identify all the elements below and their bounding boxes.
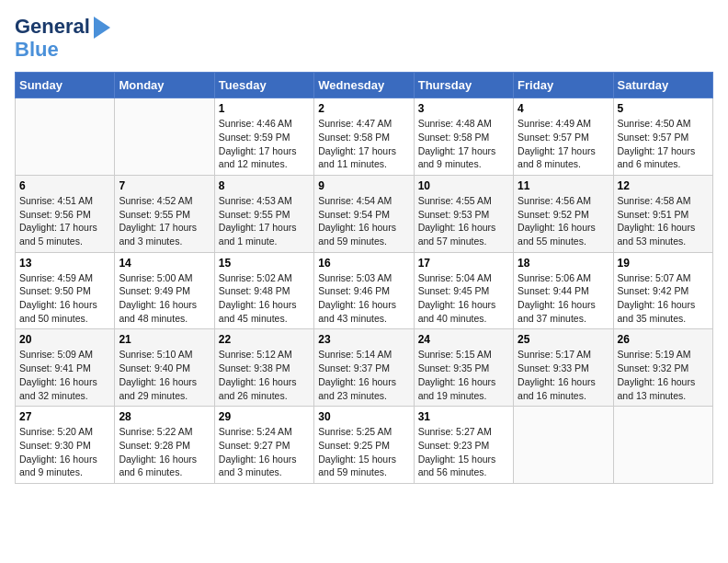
calendar-week-3: 13Sunrise: 4:59 AM Sunset: 9:50 PM Dayli…	[16, 252, 713, 329]
day-content: Sunrise: 4:50 AM Sunset: 9:57 PM Dayligh…	[618, 117, 709, 171]
calendar-cell: 29Sunrise: 5:24 AM Sunset: 9:27 PM Dayli…	[214, 407, 313, 484]
column-header-thursday: Thursday	[414, 73, 513, 98]
day-content: Sunrise: 4:48 AM Sunset: 9:58 PM Dayligh…	[418, 117, 509, 171]
day-number: 6	[19, 179, 110, 192]
calendar-body: 1Sunrise: 4:46 AM Sunset: 9:59 PM Daylig…	[16, 98, 713, 484]
column-header-friday: Friday	[514, 73, 613, 98]
calendar-cell: 9Sunrise: 4:54 AM Sunset: 9:54 PM Daylig…	[314, 175, 414, 252]
day-content: Sunrise: 5:04 AM Sunset: 9:45 PM Dayligh…	[418, 271, 509, 326]
day-number: 25	[518, 333, 609, 346]
calendar-cell	[514, 407, 613, 484]
day-number: 5	[618, 102, 709, 115]
column-header-sunday: Sunday	[16, 73, 115, 98]
calendar-table: SundayMondayTuesdayWednesdayThursdayFrid…	[15, 72, 713, 484]
calendar-cell: 14Sunrise: 5:00 AM Sunset: 9:49 PM Dayli…	[115, 252, 214, 329]
day-number: 10	[418, 179, 509, 192]
day-content: Sunrise: 4:58 AM Sunset: 9:51 PM Dayligh…	[618, 194, 709, 248]
calendar-cell: 17Sunrise: 5:04 AM Sunset: 9:45 PM Dayli…	[414, 252, 513, 329]
day-content: Sunrise: 5:20 AM Sunset: 9:30 PM Dayligh…	[19, 425, 110, 479]
day-content: Sunrise: 5:27 AM Sunset: 9:23 PM Dayligh…	[418, 425, 509, 479]
calendar-week-2: 6Sunrise: 4:51 AM Sunset: 9:56 PM Daylig…	[16, 175, 713, 252]
day-number: 31	[418, 410, 509, 423]
day-number: 9	[318, 179, 409, 192]
day-number: 22	[219, 333, 310, 346]
calendar-cell: 27Sunrise: 5:20 AM Sunset: 9:30 PM Dayli…	[16, 407, 115, 484]
calendar-cell: 26Sunrise: 5:19 AM Sunset: 9:32 PM Dayli…	[613, 329, 712, 407]
day-content: Sunrise: 5:00 AM Sunset: 9:49 PM Dayligh…	[119, 271, 210, 326]
calendar-cell: 16Sunrise: 5:03 AM Sunset: 9:46 PM Dayli…	[314, 252, 414, 329]
day-content: Sunrise: 5:07 AM Sunset: 9:42 PM Dayligh…	[618, 271, 709, 326]
calendar-cell: 25Sunrise: 5:17 AM Sunset: 9:33 PM Dayli…	[514, 329, 613, 407]
calendar-cell: 11Sunrise: 4:56 AM Sunset: 9:52 PM Dayli…	[514, 175, 613, 252]
calendar-cell: 18Sunrise: 5:06 AM Sunset: 9:44 PM Dayli…	[514, 252, 613, 329]
calendar-cell: 12Sunrise: 4:58 AM Sunset: 9:51 PM Dayli…	[613, 175, 712, 252]
column-header-monday: Monday	[115, 73, 214, 98]
day-content: Sunrise: 5:24 AM Sunset: 9:27 PM Dayligh…	[219, 425, 310, 479]
calendar-cell: 4Sunrise: 4:49 AM Sunset: 9:57 PM Daylig…	[514, 98, 613, 176]
logo-arrow-icon	[94, 17, 110, 39]
day-content: Sunrise: 5:19 AM Sunset: 9:32 PM Dayligh…	[618, 348, 709, 402]
page-header: General Blue	[15, 15, 713, 61]
day-content: Sunrise: 5:15 AM Sunset: 9:35 PM Dayligh…	[418, 348, 509, 402]
day-number: 26	[618, 333, 709, 346]
day-number: 24	[418, 333, 509, 346]
calendar-cell: 19Sunrise: 5:07 AM Sunset: 9:42 PM Dayli…	[613, 252, 712, 329]
day-number: 15	[219, 257, 310, 270]
day-content: Sunrise: 5:25 AM Sunset: 9:25 PM Dayligh…	[318, 425, 409, 479]
day-number: 3	[418, 102, 509, 115]
day-number: 28	[119, 410, 210, 423]
column-header-tuesday: Tuesday	[214, 73, 313, 98]
day-number: 17	[418, 257, 509, 270]
day-content: Sunrise: 4:49 AM Sunset: 9:57 PM Dayligh…	[518, 117, 609, 171]
calendar-cell: 28Sunrise: 5:22 AM Sunset: 9:28 PM Dayli…	[115, 407, 214, 484]
day-content: Sunrise: 4:47 AM Sunset: 9:58 PM Dayligh…	[318, 117, 409, 171]
day-content: Sunrise: 5:17 AM Sunset: 9:33 PM Dayligh…	[518, 348, 609, 402]
day-content: Sunrise: 4:54 AM Sunset: 9:54 PM Dayligh…	[318, 194, 409, 248]
day-content: Sunrise: 4:46 AM Sunset: 9:59 PM Dayligh…	[219, 117, 310, 171]
day-number: 11	[518, 179, 609, 192]
day-content: Sunrise: 4:53 AM Sunset: 9:55 PM Dayligh…	[219, 194, 310, 248]
day-content: Sunrise: 5:02 AM Sunset: 9:48 PM Dayligh…	[219, 271, 310, 326]
logo-text: General	[15, 16, 90, 38]
calendar-cell	[613, 407, 712, 484]
calendar-cell: 6Sunrise: 4:51 AM Sunset: 9:56 PM Daylig…	[16, 175, 115, 252]
day-number: 18	[518, 257, 609, 270]
day-number: 1	[219, 102, 310, 115]
day-number: 21	[119, 333, 210, 346]
calendar-cell: 30Sunrise: 5:25 AM Sunset: 9:25 PM Dayli…	[314, 407, 414, 484]
calendar-cell: 24Sunrise: 5:15 AM Sunset: 9:35 PM Dayli…	[414, 329, 513, 407]
calendar-cell: 8Sunrise: 4:53 AM Sunset: 9:55 PM Daylig…	[214, 175, 313, 252]
day-number: 23	[318, 333, 409, 346]
day-number: 4	[518, 102, 609, 115]
day-number: 13	[19, 257, 110, 270]
calendar-cell: 13Sunrise: 4:59 AM Sunset: 9:50 PM Dayli…	[16, 252, 115, 329]
day-content: Sunrise: 4:59 AM Sunset: 9:50 PM Dayligh…	[19, 271, 110, 326]
day-number: 12	[618, 179, 709, 192]
calendar-header-row: SundayMondayTuesdayWednesdayThursdayFrid…	[16, 73, 713, 98]
day-content: Sunrise: 5:09 AM Sunset: 9:41 PM Dayligh…	[19, 348, 110, 402]
day-content: Sunrise: 5:12 AM Sunset: 9:38 PM Dayligh…	[219, 348, 310, 402]
calendar-cell: 31Sunrise: 5:27 AM Sunset: 9:23 PM Dayli…	[414, 407, 513, 484]
calendar-cell: 23Sunrise: 5:14 AM Sunset: 9:37 PM Dayli…	[314, 329, 414, 407]
calendar-week-5: 27Sunrise: 5:20 AM Sunset: 9:30 PM Dayli…	[16, 407, 713, 484]
calendar-cell: 22Sunrise: 5:12 AM Sunset: 9:38 PM Dayli…	[214, 329, 313, 407]
calendar-cell: 15Sunrise: 5:02 AM Sunset: 9:48 PM Dayli…	[214, 252, 313, 329]
calendar-cell: 20Sunrise: 5:09 AM Sunset: 9:41 PM Dayli…	[16, 329, 115, 407]
calendar-cell	[115, 98, 214, 176]
day-content: Sunrise: 5:22 AM Sunset: 9:28 PM Dayligh…	[119, 425, 210, 479]
column-header-saturday: Saturday	[613, 73, 712, 98]
day-content: Sunrise: 5:06 AM Sunset: 9:44 PM Dayligh…	[518, 271, 609, 326]
logo-blue-text: Blue	[15, 39, 59, 61]
day-number: 27	[19, 410, 110, 423]
calendar-week-1: 1Sunrise: 4:46 AM Sunset: 9:59 PM Daylig…	[16, 98, 713, 176]
day-number: 20	[19, 333, 110, 346]
day-number: 8	[219, 179, 310, 192]
day-content: Sunrise: 4:51 AM Sunset: 9:56 PM Dayligh…	[19, 194, 110, 248]
day-content: Sunrise: 4:56 AM Sunset: 9:52 PM Dayligh…	[518, 194, 609, 248]
day-number: 29	[219, 410, 310, 423]
calendar-cell: 2Sunrise: 4:47 AM Sunset: 9:58 PM Daylig…	[314, 98, 414, 176]
day-number: 7	[119, 179, 210, 192]
calendar-cell	[16, 98, 115, 176]
day-content: Sunrise: 5:14 AM Sunset: 9:37 PM Dayligh…	[318, 348, 409, 402]
day-content: Sunrise: 4:52 AM Sunset: 9:55 PM Dayligh…	[119, 194, 210, 248]
